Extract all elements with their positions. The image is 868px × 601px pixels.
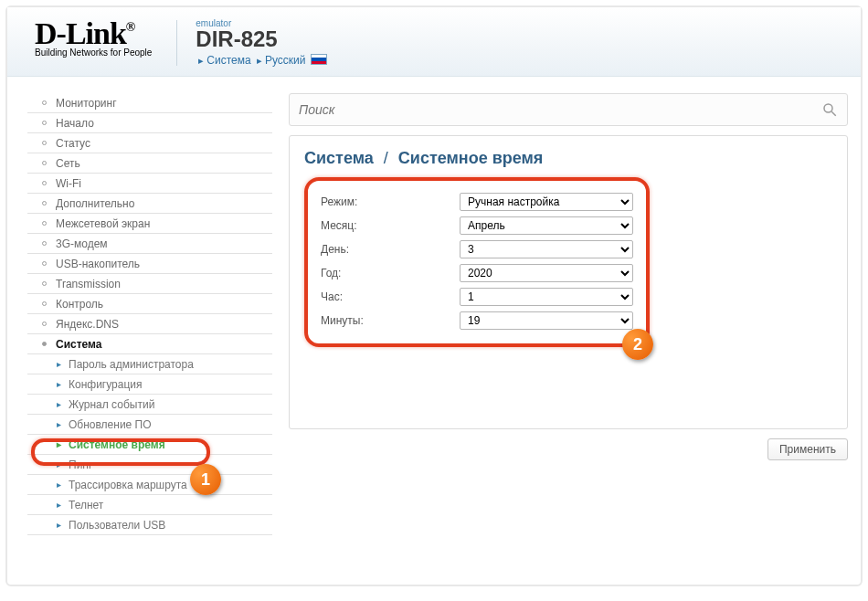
sidebar-item-yandexdns[interactable]: Яндекс.DNS — [27, 314, 272, 334]
chevron-right-icon: ▸ — [57, 359, 61, 369]
chevron-right-icon: ▸ — [198, 55, 204, 66]
sub-item-admin-pass[interactable]: ▸Пароль администратора — [27, 354, 272, 374]
chevron-right-icon: ▸ — [57, 419, 61, 429]
sidebar-item-advanced[interactable]: Дополнительно — [27, 194, 272, 214]
chevron-right-icon: ▸ — [57, 439, 61, 449]
sub-item-telnet[interactable]: ▸Телнет — [27, 495, 272, 515]
sidebar-label: USB-накопитель — [56, 258, 140, 270]
chevron-right-icon: ▸ — [57, 459, 61, 469]
main: Система / Системное время Режим: Ручная … — [289, 93, 848, 575]
sidebar-label: Wi-Fi — [56, 177, 81, 190]
label-month: Месяц: — [321, 219, 460, 232]
sidebar-item-control[interactable]: Контроль — [27, 294, 272, 314]
row-year: Год: 2020 — [321, 261, 633, 285]
bullet-icon — [42, 201, 47, 206]
bullet-icon — [42, 261, 47, 266]
flag-icon-ru — [311, 54, 327, 65]
sidebar-item-usb[interactable]: USB-накопитель — [27, 254, 272, 274]
row-mode: Режим: Ручная настройка — [321, 190, 633, 214]
bullet-icon — [42, 181, 47, 185]
bullet-icon — [42, 301, 47, 306]
apply-row: Применить — [289, 438, 848, 460]
sidebar-label: Система — [56, 338, 102, 351]
logo: D-Link® Building Networks for People — [35, 16, 152, 58]
sidebar-label: Начало — [56, 117, 94, 130]
sidebar-item-system[interactable]: Система — [27, 334, 272, 354]
bullet-icon — [42, 161, 47, 165]
callout-2: 2 — [622, 329, 653, 360]
sidebar-item-monitoring[interactable]: Мониторинг — [27, 93, 272, 113]
sub-label: Обновление ПО — [69, 418, 152, 431]
row-hour: Час: 1 — [321, 285, 633, 309]
bullet-icon — [42, 322, 47, 326]
sidebar-item-status[interactable]: Статус — [27, 133, 272, 153]
select-month[interactable]: Апрель — [460, 216, 633, 235]
svg-point-0 — [824, 104, 832, 112]
sidebar-label: Яндекс.DNS — [56, 318, 119, 331]
label-day: День: — [321, 243, 460, 256]
search-icon — [821, 101, 838, 118]
sidebar-label: 3G-модем — [56, 237, 108, 250]
page-title: Система / Системное время — [304, 149, 832, 168]
sidebar-item-start[interactable]: Начало — [27, 113, 272, 133]
apply-button[interactable]: Применить — [767, 438, 848, 460]
sub-item-config[interactable]: ▸Конфигурация — [27, 374, 272, 395]
select-min[interactable]: 19 — [460, 311, 633, 330]
sub-item-log[interactable]: ▸Журнал событий — [27, 395, 272, 415]
header: D-Link® Building Networks for People emu… — [7, 7, 861, 77]
brand-name: D-Link — [35, 16, 126, 50]
row-day: День: 3 — [321, 237, 633, 261]
bullet-icon — [42, 281, 47, 286]
sidebar-label: Дополнительно — [56, 197, 134, 210]
sub-item-firmware[interactable]: ▸Обновление ПО — [27, 415, 272, 435]
sidebar-label: Контроль — [56, 298, 103, 311]
label-mode: Режим: — [321, 195, 460, 208]
sub-label: Пароль администратора — [69, 358, 194, 371]
select-hour[interactable]: 1 — [460, 288, 633, 306]
chevron-right-icon: ▸ — [57, 480, 61, 490]
model-block: emulator DIR-825 ▸Система ▸Русский — [196, 18, 327, 67]
select-year[interactable]: 2020 — [460, 264, 633, 282]
sub-label: Трассировка маршрута — [69, 479, 187, 491]
sidebar-item-3g[interactable]: 3G-модем — [27, 234, 272, 254]
sub-item-traceroute[interactable]: ▸Трассировка маршрута — [27, 475, 272, 495]
model-name: DIR-825 — [196, 28, 327, 50]
sidebar-item-transmission[interactable]: Transmission — [27, 274, 272, 294]
sub-label: Конфигурация — [69, 378, 143, 391]
bullet-icon — [42, 342, 47, 346]
chevron-right-icon: ▸ — [57, 520, 61, 530]
label-year: Год: — [321, 267, 460, 279]
breadcrumb: ▸Система ▸Русский — [196, 54, 327, 67]
bullet-icon — [42, 241, 47, 246]
bullet-icon — [42, 221, 47, 226]
sub-item-system-time[interactable]: ▸Системное время — [27, 435, 272, 455]
sidebar-item-network[interactable]: Сеть — [27, 153, 272, 174]
sidebar-label: Межсетевой экран — [56, 217, 150, 230]
sidebar-label: Мониторинг — [56, 97, 117, 110]
sub-item-ping[interactable]: ▸Пинг — [27, 455, 272, 475]
sidebar-label: Сеть — [56, 157, 80, 170]
content-panel: Система / Системное время Режим: Ручная … — [289, 135, 848, 429]
sidebar-item-wifi[interactable]: Wi-Fi — [27, 174, 272, 194]
select-day[interactable]: 3 — [460, 240, 633, 258]
bullet-icon — [42, 100, 47, 105]
search-bar[interactable] — [289, 93, 848, 126]
reg-mark: ® — [126, 20, 134, 34]
sidebar-label: Transmission — [56, 278, 121, 290]
header-divider — [176, 20, 177, 66]
sub-label: Телнет — [69, 499, 103, 511]
search-input[interactable] — [299, 102, 821, 117]
row-min: Минуты: 19 — [321, 309, 633, 332]
sidebar-item-firewall[interactable]: Межсетевой экран — [27, 214, 272, 234]
crumb-system[interactable]: Система — [206, 54, 250, 67]
select-mode[interactable]: Ручная настройка — [460, 193, 633, 211]
sub-label: Системное время — [69, 438, 165, 451]
bullet-icon — [42, 121, 47, 125]
title-sep: / — [384, 149, 388, 167]
sub-label: Журнал событий — [69, 398, 154, 411]
label-min: Минуты: — [321, 314, 460, 327]
crumb-lang[interactable]: Русский — [265, 54, 306, 67]
sub-label: Пинг — [69, 459, 92, 471]
sub-item-usb-users[interactable]: ▸Пользователи USB — [27, 515, 272, 535]
label-hour: Час: — [321, 290, 460, 303]
